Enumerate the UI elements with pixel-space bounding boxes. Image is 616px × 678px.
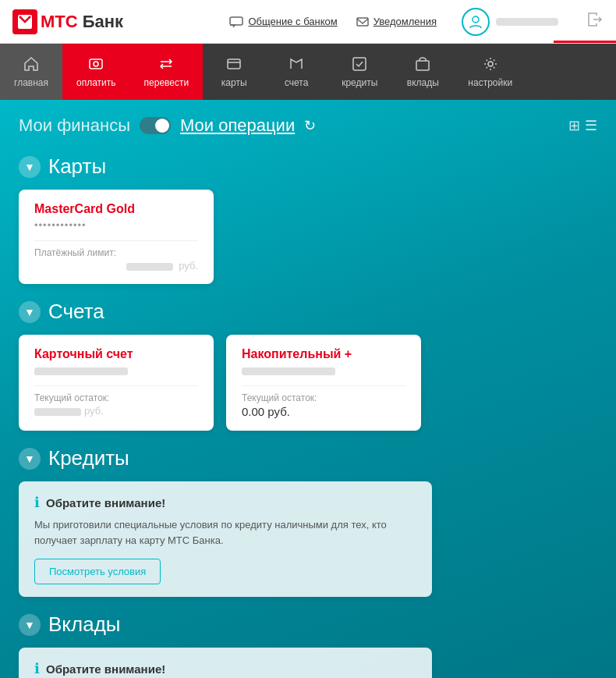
nav-item-credits[interactable]: кредиты [327, 44, 391, 100]
credits-notice-header: ℹ Обратите внимание! [34, 494, 416, 511]
chat-link[interactable]: Общение с банком [229, 16, 337, 27]
card-name: MasterCard Gold [34, 202, 198, 216]
nav-item-settings[interactable]: настройки [454, 44, 526, 100]
view-toggle-row: Мои финансы Мои операции ↻ ⊞ ☰ [19, 115, 597, 136]
deposits-notice-card: ℹ Обратите внимание! Откройте вклад в ин… [19, 648, 432, 678]
notifications-link[interactable]: Уведомления [356, 16, 437, 27]
credits-notice-btn[interactable]: Посмотреть условия [34, 559, 161, 584]
nav-item-deposits[interactable]: вклады [391, 44, 454, 100]
list-view-icon[interactable]: ☰ [585, 117, 597, 134]
accounts-section-title: Счета [48, 300, 104, 324]
header-red-bar [554, 41, 616, 43]
grid-view-icon[interactable]: ⊞ [568, 117, 580, 134]
savings-account-card[interactable]: Накопительный + Текущий остаток: 0.00 ру… [226, 335, 421, 431]
nav-item-transfer[interactable]: перевести [130, 44, 204, 100]
navbar: главная оплатить перевести карты счета к… [0, 44, 616, 100]
mastercard-gold-card[interactable]: MasterCard Gold •••••••••••• Платёжный л… [19, 190, 214, 284]
svg-rect-4 [90, 59, 102, 69]
cards-collapse-btn[interactable]: ▼ [19, 156, 41, 178]
svg-point-3 [473, 16, 479, 23]
credits-section: ▼ Кредиты ℹ Обратите внимание! Мы пригот… [19, 446, 597, 597]
operations-label[interactable]: Мои операции [180, 115, 295, 136]
cards-section-header: ▼ Карты [19, 154, 597, 179]
account-balance-value-2: 0.00 руб. [242, 405, 405, 418]
header: МТС Банк Общение с банком Уведомления [0, 0, 616, 44]
deposits-section: ▼ Вклады ℹ Обратите внимание! Откройте в… [19, 612, 597, 678]
accounts-list: Карточный счет Текущий остаток: руб. Нак… [19, 335, 597, 431]
logout-button[interactable] [586, 11, 604, 32]
card-number: •••••••••••• [34, 219, 198, 231]
nav-item-home[interactable]: главная [0, 44, 62, 100]
deposits-notice-title: Обратите внимание! [46, 662, 165, 676]
account-balance-value-1: руб. [34, 405, 198, 417]
svg-rect-1 [230, 17, 243, 25]
user-name-blurred [496, 18, 558, 26]
svg-point-5 [94, 62, 98, 66]
logo: МТС Банк [12, 9, 123, 34]
accounts-collapse-btn[interactable]: ▼ [19, 301, 41, 323]
svg-rect-6 [228, 59, 240, 69]
view-toggle-switch[interactable] [140, 117, 171, 134]
accounts-section: ▼ Счета Карточный счет Текущий остаток: … [19, 300, 597, 431]
credits-notice-text: Мы приготовили специальные условия по кр… [34, 517, 416, 548]
cards-section-title: Карты [48, 154, 106, 179]
svg-rect-2 [357, 18, 368, 26]
user-profile[interactable] [462, 8, 558, 36]
account-name-1: Карточный счет [34, 347, 198, 361]
credits-section-title: Кредиты [48, 446, 129, 470]
accounts-section-header: ▼ Счета [19, 300, 597, 324]
account-balance-label-1: Текущий остаток: [34, 392, 198, 403]
logo-icon [12, 9, 37, 34]
card-limit-label: Платёжный лимит: [34, 247, 198, 258]
nav-item-pay[interactable]: оплатить [62, 44, 130, 100]
deposits-section-header: ▼ Вклады [19, 612, 597, 637]
svg-point-10 [488, 62, 493, 66]
logo-mts: МТС Банк [41, 12, 123, 32]
nav-item-accounts[interactable]: счета [265, 44, 327, 100]
deposits-collapse-btn[interactable]: ▼ [19, 614, 41, 636]
account-number-1 [34, 364, 198, 376]
nav-item-cards[interactable]: карты [203, 44, 265, 100]
view-icons: ⊞ ☰ [568, 117, 597, 134]
credits-notice-title: Обратите внимание! [46, 496, 165, 509]
main-content: Мои финансы Мои операции ↻ ⊞ ☰ ▼ Карты M… [0, 100, 616, 678]
card-account-card[interactable]: Карточный счет Текущий остаток: руб. [19, 335, 214, 431]
account-number-2 [242, 364, 405, 376]
account-name-2: Накопительный + [242, 347, 405, 361]
credits-notice-icon: ℹ [34, 494, 40, 511]
credits-notice-card: ℹ Обратите внимание! Мы приготовили спец… [19, 481, 432, 597]
svg-rect-8 [353, 58, 366, 70]
deposits-section-title: Вклады [48, 612, 121, 637]
refresh-icon[interactable]: ↻ [304, 117, 316, 134]
header-nav: Общение с банком Уведомления [229, 8, 604, 36]
card-limit-value: руб. [34, 260, 198, 272]
deposits-notice-header: ℹ Обратите внимание! [34, 660, 416, 677]
credits-collapse-btn[interactable]: ▼ [19, 448, 41, 470]
avatar [462, 8, 490, 36]
cards-section: ▼ Карты MasterCard Gold •••••••••••• Пла… [19, 154, 597, 284]
credits-section-header: ▼ Кредиты [19, 446, 597, 470]
deposits-notice-icon: ℹ [34, 660, 40, 677]
cards-list: MasterCard Gold •••••••••••• Платёжный л… [19, 190, 597, 284]
finances-label: Мои финансы [19, 115, 130, 136]
svg-rect-9 [416, 61, 429, 70]
account-balance-label-2: Текущий остаток: [242, 392, 405, 403]
